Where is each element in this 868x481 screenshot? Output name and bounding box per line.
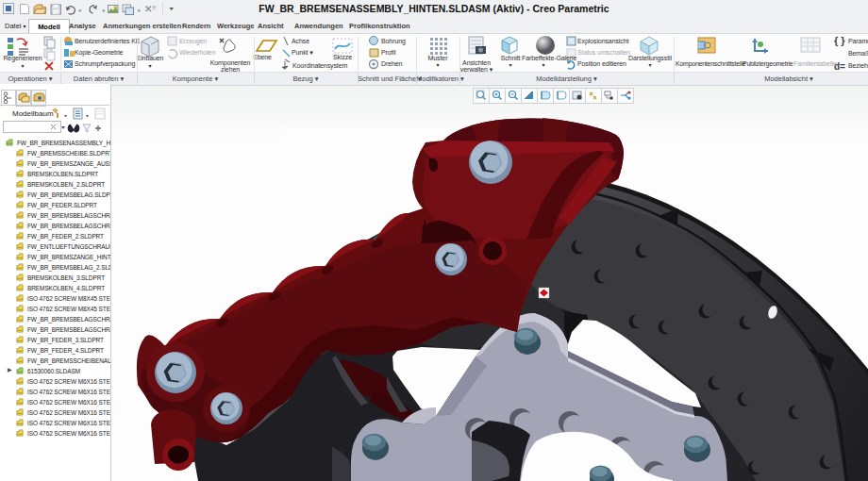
svg-text:{ }: { } (834, 35, 845, 46)
